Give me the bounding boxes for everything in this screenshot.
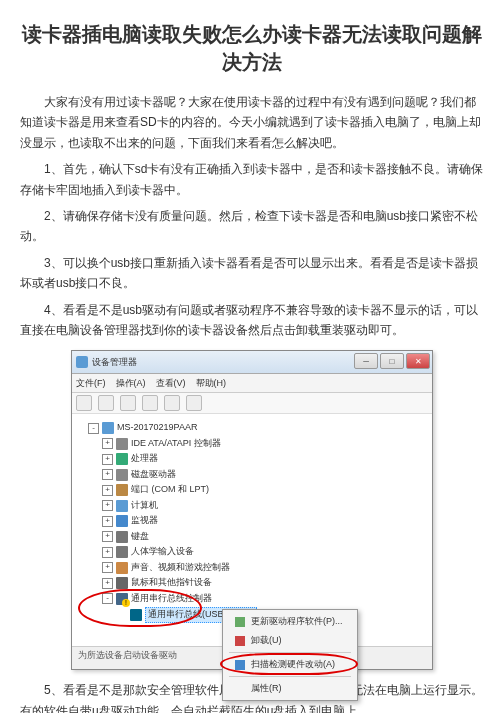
toolbar-uninstall-button[interactable]	[186, 395, 202, 411]
maximize-button[interactable]: □	[380, 353, 404, 369]
usb-controller-warn-icon	[116, 593, 128, 605]
tree-root[interactable]: - MS-20170219PAAR	[78, 420, 428, 436]
ctx-update-driver[interactable]: 更新驱动程序软件(P)...	[225, 612, 355, 631]
step-3: 3、可以换个usb接口重新插入读卡器看看是否可以显示出来。看看是否是读卡器损坏或…	[20, 253, 484, 294]
menu-action[interactable]: 操作(A)	[116, 377, 146, 390]
expand-icon[interactable]: +	[102, 531, 113, 542]
ide-icon	[116, 438, 128, 450]
toolbar-refresh-button[interactable]	[120, 395, 136, 411]
ctx-uninstall[interactable]: 卸载(U)	[225, 631, 355, 650]
toolbar-scan-button[interactable]	[164, 395, 180, 411]
step-1: 1、首先，确认下sd卡有没有正确插入到读卡器中，是否和读卡器接触不良。请确保存储…	[20, 159, 484, 200]
window-title: 设备管理器	[92, 356, 137, 369]
step-2: 2、请确保存储卡没有质量问题。然后，检查下读卡器是否和电脑usb接口紧密不松动。	[20, 206, 484, 247]
hid-icon	[116, 546, 128, 558]
expand-icon[interactable]: +	[102, 562, 113, 573]
intro-paragraph: 大家有没有用过读卡器呢？大家在使用读卡器的过程中有没有遇到问题呢？我们都知道读卡…	[20, 92, 484, 153]
tree-node-port[interactable]: + 端口 (COM 和 LPT)	[78, 482, 428, 498]
tree-node-keyboard[interactable]: + 键盘	[78, 529, 428, 545]
titlebar[interactable]: 设备管理器 ─ □ ✕	[72, 351, 432, 374]
root-label: MS-20170219PAAR	[117, 421, 197, 435]
update-icon	[235, 617, 245, 627]
expand-icon[interactable]: +	[102, 500, 113, 511]
toolbar-forward-button[interactable]	[98, 395, 114, 411]
devmgr-icon	[76, 356, 88, 368]
computer-icon	[102, 422, 114, 434]
status-text: 为所选设备启动设备驱动	[78, 650, 177, 660]
scan-icon	[235, 660, 245, 670]
minimize-button[interactable]: ─	[354, 353, 378, 369]
page-title: 读卡器插电脑读取失败怎么办读卡器无法读取问题解决方法	[20, 20, 484, 76]
tree-node-mouse[interactable]: + 鼠标和其他指针设备	[78, 575, 428, 591]
spacer	[116, 610, 127, 621]
ctx-separator	[229, 676, 351, 677]
expand-icon[interactable]: +	[102, 485, 113, 496]
menu-file[interactable]: 文件(F)	[76, 377, 106, 390]
tree-node-ide[interactable]: + IDE ATA/ATAPI 控制器	[78, 436, 428, 452]
computer-icon	[116, 500, 128, 512]
step-4: 4、看看是不是usb驱动有问题或者驱动程序不兼容导致的读卡器不显示的话，可以直接…	[20, 300, 484, 341]
sound-icon	[116, 562, 128, 574]
ctx-separator	[229, 652, 351, 653]
expand-icon[interactable]: +	[102, 547, 113, 558]
expand-icon[interactable]: -	[102, 593, 113, 604]
toolbar-properties-button[interactable]	[142, 395, 158, 411]
tree-node-hid[interactable]: + 人体学输入设备	[78, 544, 428, 560]
tree-node-computer[interactable]: + 计算机	[78, 498, 428, 514]
mouse-icon	[116, 577, 128, 589]
tree-node-usb-controller[interactable]: - 通用串行总线控制器	[78, 591, 428, 607]
toolbar-back-button[interactable]	[76, 395, 92, 411]
tree-node-sound[interactable]: + 声音、视频和游戏控制器	[78, 560, 428, 576]
ctx-properties[interactable]: 属性(R)	[225, 679, 355, 698]
disk-icon	[116, 469, 128, 481]
keyboard-icon	[116, 531, 128, 543]
tree-node-disk[interactable]: + 磁盘驱动器	[78, 467, 428, 483]
device-manager-window: 设备管理器 ─ □ ✕ 文件(F) 操作(A) 查看(V) 帮助(H) - MS…	[71, 350, 433, 670]
expand-icon[interactable]: +	[102, 469, 113, 480]
toolbar	[72, 393, 432, 414]
expand-icon[interactable]: +	[102, 438, 113, 449]
close-button[interactable]: ✕	[406, 353, 430, 369]
menu-help[interactable]: 帮助(H)	[196, 377, 227, 390]
uninstall-icon	[235, 636, 245, 646]
monitor-icon	[116, 515, 128, 527]
expand-icon[interactable]: -	[88, 423, 99, 434]
expand-icon[interactable]: +	[102, 516, 113, 527]
tree-node-cpu[interactable]: + 处理器	[78, 451, 428, 467]
port-icon	[116, 484, 128, 496]
usb-icon	[130, 609, 142, 621]
menu-view[interactable]: 查看(V)	[156, 377, 186, 390]
expand-icon[interactable]: +	[102, 454, 113, 465]
menubar: 文件(F) 操作(A) 查看(V) 帮助(H)	[72, 374, 432, 393]
expand-icon[interactable]: +	[102, 578, 113, 589]
context-menu: 更新驱动程序软件(P)... 卸载(U) 扫描检测硬件改动(A) 属性(R)	[222, 609, 358, 701]
tree-node-monitor[interactable]: + 监视器	[78, 513, 428, 529]
ctx-scan-hardware[interactable]: 扫描检测硬件改动(A)	[225, 655, 355, 674]
cpu-icon	[116, 453, 128, 465]
